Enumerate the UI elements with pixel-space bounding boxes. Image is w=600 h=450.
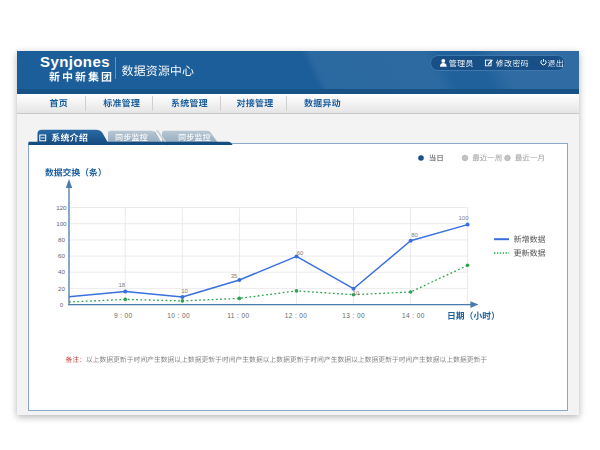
svg-text:Synjones: Synjones bbox=[40, 53, 110, 70]
svg-text:18: 18 bbox=[118, 282, 125, 288]
svg-text:12 : 00: 12 : 00 bbox=[285, 312, 308, 319]
svg-text:10 : 00: 10 : 00 bbox=[167, 312, 190, 319]
svg-text:11 : 00: 11 : 00 bbox=[227, 312, 249, 319]
svg-text:20: 20 bbox=[58, 285, 65, 292]
svg-text:10: 10 bbox=[181, 288, 188, 294]
svg-text:80: 80 bbox=[411, 232, 418, 238]
svg-text:100: 100 bbox=[458, 215, 469, 221]
svg-text:80: 80 bbox=[58, 236, 65, 243]
svg-text:35: 35 bbox=[231, 273, 238, 279]
svg-text:0: 0 bbox=[60, 301, 64, 308]
svg-text:13 : 00: 13 : 00 bbox=[342, 312, 365, 319]
svg-text:60: 60 bbox=[297, 250, 304, 256]
svg-text:14 : 00: 14 : 00 bbox=[402, 312, 425, 319]
svg-text:40: 40 bbox=[58, 268, 65, 275]
svg-text:120: 120 bbox=[56, 204, 67, 211]
svg-text:9 : 00: 9 : 00 bbox=[114, 312, 133, 319]
svg-text:10: 10 bbox=[353, 290, 360, 296]
svg-text:100: 100 bbox=[56, 220, 67, 227]
svg-text:60: 60 bbox=[58, 252, 65, 259]
